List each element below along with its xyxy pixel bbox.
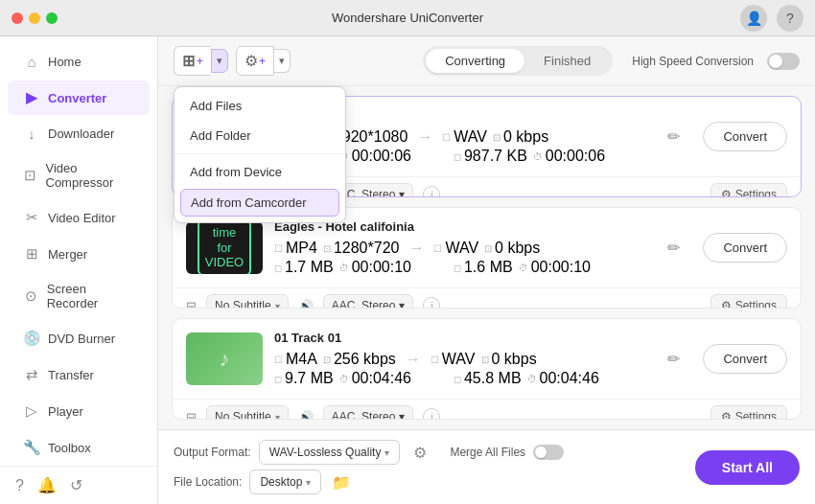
- question-icon[interactable]: ?: [15, 477, 24, 494]
- refresh-icon[interactable]: ↺: [70, 476, 82, 494]
- sidebar-item-toolbox[interactable]: 🔧 Toolbox: [8, 430, 150, 465]
- audio-select-2[interactable]: AAC, Stereo ▾: [323, 405, 414, 420]
- sidebar-item-label: Merger: [48, 247, 87, 262]
- settings-label-1: Settings: [735, 299, 777, 309]
- audio-select-1[interactable]: AAC, Stereo ▾: [323, 294, 414, 309]
- file-thumb-2: ♪: [186, 332, 263, 385]
- video-thumb-icon: timeforVIDEO: [198, 221, 251, 274]
- audio-chevron-0: ▾: [399, 188, 405, 197]
- file-info-1: Eagles - Hotel califoinia ☐ MP4 ⊡ 1280*7…: [274, 219, 647, 276]
- file-card-2: ♪ 01 Track 01 ☐ M4A ⊡: [172, 318, 802, 420]
- dvd-icon: 💿: [23, 330, 40, 347]
- music-icon: ♪: [220, 347, 230, 372]
- from-dur-label-1: 00:00:10: [352, 259, 411, 276]
- sidebar-item-video-editor[interactable]: ✂ Video Editor: [8, 200, 150, 235]
- sidebar-item-screen-recorder[interactable]: ⊙ Screen Recorder: [8, 273, 150, 319]
- output-format-select[interactable]: WAV-Lossless Quality ▾: [259, 440, 401, 465]
- info-button-1[interactable]: i: [423, 297, 440, 309]
- to-dur-label-1: 00:00:10: [531, 259, 591, 276]
- sidebar-item-home[interactable]: ⌂ Home: [8, 45, 150, 79]
- settings-button-1[interactable]: ⚙ Settings: [710, 294, 787, 309]
- add-settings-button[interactable]: ⚙ +: [236, 46, 274, 76]
- browse-folder-icon[interactable]: 📁: [329, 470, 354, 494]
- sidebar-item-label: Transfer: [48, 368, 94, 382]
- from-dur-label-0: 00:00:06: [352, 148, 411, 165]
- merge-toggle[interactable]: [533, 445, 564, 460]
- close-dot[interactable]: [12, 12, 23, 24]
- help-icon[interactable]: ?: [777, 5, 803, 32]
- window-title: Wondershare UniConverter: [332, 11, 483, 25]
- file-thumb-1: timeforVIDEO: [186, 221, 263, 274]
- from-dur-0: ⏱ 00:00:06: [339, 148, 411, 165]
- to-size-label-0: 987.7 KB: [464, 148, 527, 165]
- titlebar-actions: 👤 ?: [740, 5, 803, 32]
- location-chevron: ▾: [306, 477, 311, 488]
- edit-button-2[interactable]: ✏: [659, 345, 687, 374]
- edit-button-1[interactable]: ✏: [659, 234, 687, 263]
- settings-button-2[interactable]: ⚙ Settings: [710, 405, 787, 420]
- output-label: Output Format:: [174, 446, 251, 459]
- sidebar-item-downloader[interactable]: ↓ Downloader: [8, 117, 150, 150]
- to-size-label-2: 45.8 MB: [464, 370, 522, 387]
- convert-button-2[interactable]: Convert: [703, 344, 787, 374]
- add-file-dropdown-button[interactable]: ▾: [211, 49, 228, 73]
- to-kbps-label-1: 0 kbps: [495, 240, 540, 257]
- audio-icon-1: 🔊: [298, 299, 314, 309]
- add-files-item[interactable]: Add Files: [175, 91, 345, 121]
- location-label: File Location:: [174, 475, 242, 489]
- sidebar-item-transfer[interactable]: ⇄ Transfer: [8, 357, 150, 392]
- edit-button-0[interactable]: ✏: [659, 123, 687, 151]
- to-size-icon: ◻: [454, 151, 461, 162]
- subtitle-value-1: No Subtitle: [215, 299, 271, 309]
- user-icon[interactable]: 👤: [740, 5, 767, 32]
- convert-button-1[interactable]: Convert: [703, 233, 787, 263]
- output-chevron: ▾: [384, 447, 389, 458]
- main-toolbar: ⊞ + ▾ Add Files Add Folder Add from Devi…: [158, 36, 815, 86]
- main-content: ⊞ + ▾ Add Files Add Folder Add from Devi…: [158, 36, 815, 504]
- output-settings-icon[interactable]: ⚙: [408, 440, 432, 465]
- add-camcorder-item[interactable]: Add from Camcorder: [180, 189, 339, 217]
- minimize-dot[interactable]: [29, 12, 40, 24]
- tab-finished[interactable]: Finished: [524, 49, 610, 73]
- merger-icon: ⊞: [23, 245, 40, 263]
- chevron-down-icon: ▾: [217, 55, 222, 67]
- sidebar-item-player[interactable]: ▷ Player: [8, 394, 150, 428]
- to-kbps-1: ⊡ 0 kbps: [484, 240, 540, 257]
- add-device-item[interactable]: Add from Device: [175, 157, 345, 187]
- subtitle-select-1[interactable]: No Subtitle ▾: [206, 294, 289, 309]
- sidebar: ⌂ Home ▶ Converter ↓ Downloader ⊡ Video …: [0, 36, 158, 504]
- subtitle-select-2[interactable]: No Subtitle ▾: [206, 405, 289, 420]
- sidebar-item-label: Home: [48, 55, 82, 69]
- arrow-icon-0: →: [417, 128, 432, 146]
- sidebar-item-dvd-burner[interactable]: 💿 DVD Burner: [8, 321, 150, 355]
- tab-converting[interactable]: Converting: [426, 49, 524, 73]
- gear-icon-1: ⚙: [721, 299, 732, 309]
- sidebar-item-video-compressor[interactable]: ⊡ Video Compressor: [8, 152, 150, 198]
- info-button-0[interactable]: i: [423, 186, 440, 197]
- file-meta-1: ☐ MP4 ⊡ 1280*720 → ☐ WAV: [274, 240, 647, 276]
- convert-button-0[interactable]: Convert: [703, 122, 787, 151]
- to-kbps-label-0: 0 kbps: [503, 128, 548, 146]
- from-format-1: ☐ MP4: [274, 240, 317, 257]
- add-settings-dropdown-button[interactable]: ▾: [274, 49, 291, 73]
- location-value: Desktop: [260, 475, 302, 489]
- notification-icon[interactable]: 🔔: [37, 476, 57, 494]
- add-file-button[interactable]: ⊞ +: [174, 46, 211, 76]
- info-button-2[interactable]: i: [423, 408, 440, 420]
- sidebar-item-converter[interactable]: ▶ Converter: [8, 80, 150, 115]
- file-meta-2: ☐ M4A ⊡ 256 kbps → ☐ WAV: [274, 351, 647, 387]
- file-location-select[interactable]: Desktop ▾: [249, 470, 321, 494]
- bottom-fields: Output Format: WAV-Lossless Quality ▾ ⚙ …: [174, 440, 564, 494]
- speed-toggle[interactable]: [767, 53, 800, 70]
- recorder-icon: ⊙: [23, 287, 39, 305]
- sidebar-item-merger[interactable]: ⊞ Merger: [8, 237, 150, 271]
- to-format-label-0: WAV: [454, 128, 487, 146]
- settings-button-0[interactable]: ⚙ Settings: [710, 183, 787, 197]
- start-all-button[interactable]: Start All: [695, 450, 800, 485]
- output-row: Output Format: WAV-Lossless Quality ▾ ⚙ …: [174, 440, 564, 465]
- gear-icon-2: ⚙: [721, 410, 732, 420]
- add-folder-item[interactable]: Add Folder: [175, 121, 345, 150]
- speed-conversion-label: High Speed Conversion: [632, 55, 754, 68]
- player-icon: ▷: [23, 402, 40, 420]
- maximize-dot[interactable]: [46, 12, 58, 24]
